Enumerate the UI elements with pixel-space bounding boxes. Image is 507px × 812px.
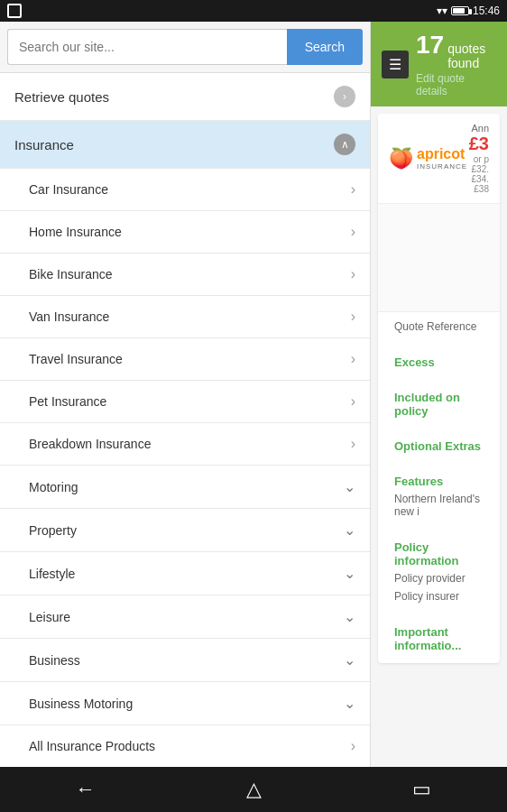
nav-item-insurance[interactable]: Insurance ∧ <box>0 121 370 169</box>
van-insurance-label: Van Insurance <box>29 309 109 324</box>
quote-detail-area <box>378 204 500 312</box>
battery-icon <box>451 6 469 15</box>
quotes-count: 17 quotes found <box>416 31 496 70</box>
nav-item-van-insurance[interactable]: Van Insurance › <box>0 296 370 338</box>
leisure-arrow: ⌄ <box>344 608 355 625</box>
pet-insurance-label: Pet Insurance <box>29 394 106 409</box>
nav-item-car-insurance[interactable]: Car Insurance › <box>0 169 370 211</box>
status-bar-right: ▾▾ 15:46 <box>437 5 500 17</box>
leisure-label: Leisure <box>29 610 70 624</box>
nav-item-property[interactable]: Property ⌄ <box>0 509 370 552</box>
excess-section: Excess <box>385 345 493 376</box>
travel-insurance-arrow: › <box>351 351 355 367</box>
optional-extras-heading: Optional Extras <box>394 434 484 455</box>
quotes-text: quotes found <box>447 42 496 70</box>
policy-insurer-label: Policy insurer <box>394 587 484 605</box>
price-alt-1: or p <box>469 154 489 164</box>
home-insurance-label: Home Insurance <box>29 225 122 239</box>
pet-insurance-arrow: › <box>351 393 355 410</box>
all-insurance-label: All Insurance Products <box>29 739 155 753</box>
right-header: ☰ 17 quotes found Edit quote details <box>371 22 507 106</box>
important-information-heading: Important informatio... <box>394 620 484 654</box>
wifi-icon: ▾▾ <box>437 5 447 17</box>
optional-extras-section: Optional Extras <box>385 429 493 460</box>
recent-apps-button[interactable]: ▭ <box>405 770 438 808</box>
business-motoring-arrow: ⌄ <box>344 695 355 712</box>
nav-item-retrieve-quotes[interactable]: Retrieve quotes › <box>0 73 370 121</box>
features-heading: Features <box>394 469 484 490</box>
retrieve-quotes-arrow: › <box>334 86 355 107</box>
nav-item-lifestyle[interactable]: Lifestyle ⌄ <box>0 552 370 595</box>
motoring-sub-arrow: ⌄ <box>344 478 355 495</box>
included-policy-section: Included on policy <box>385 380 493 425</box>
nav-item-bike-insurance[interactable]: Bike Insurance › <box>0 254 370 296</box>
status-bar-left <box>7 4 22 18</box>
price-alt-4: £38 <box>469 184 489 194</box>
apricot-logo: 🍑 apricot INSURANCE <box>389 146 467 171</box>
important-information-section: Important informatio... <box>385 614 493 660</box>
property-arrow: ⌄ <box>344 521 355 539</box>
insurance-arrow: ∧ <box>334 134 355 155</box>
main-container: Search Retrieve quotes › Insurance ∧ Car… <box>0 22 507 767</box>
business-motoring-label: Business Motoring <box>29 697 133 711</box>
price-ann: Ann <box>469 123 489 134</box>
quote-card: 🍑 apricot INSURANCE Ann £3 or p £32. £34… <box>378 114 500 663</box>
nav-item-motoring-sub[interactable]: Motoring ⌄ <box>0 466 370 509</box>
apricot-fruit-icon: 🍑 <box>389 147 413 171</box>
search-button[interactable]: Search <box>287 29 363 65</box>
quotes-number: 17 <box>416 31 444 60</box>
features-value: Northern Ireland's new i <box>394 490 484 521</box>
status-bar: ▾▾ 15:46 <box>0 0 507 22</box>
back-button[interactable]: ← <box>69 770 103 808</box>
van-insurance-arrow: › <box>351 309 355 325</box>
motoring-sub-label: Motoring <box>29 480 78 494</box>
nav-item-leisure[interactable]: Leisure ⌄ <box>0 595 370 639</box>
quote-price: Ann £3 or p £32. £34. £38 <box>469 123 489 194</box>
nav-item-travel-insurance[interactable]: Travel Insurance › <box>0 338 370 381</box>
right-panel: ☰ 17 quotes found Edit quote details 🍑 a… <box>370 22 507 767</box>
price-alt-3: £34. <box>469 174 489 184</box>
quote-reference-label: Quote Reference <box>394 318 484 336</box>
nav-item-business-motoring[interactable]: Business Motoring ⌄ <box>0 682 370 725</box>
breakdown-insurance-arrow: › <box>351 436 355 452</box>
insurance-label: Insurance <box>14 137 74 152</box>
car-insurance-arrow: › <box>351 181 355 198</box>
edit-quote-link[interactable]: Edit quote details <box>416 72 496 97</box>
price-amount: £3 <box>469 134 489 154</box>
home-insurance-arrow: › <box>351 224 355 240</box>
search-bar: Search <box>0 22 370 73</box>
left-panel: Search Retrieve quotes › Insurance ∧ Car… <box>0 22 370 767</box>
apricot-name: apricot <box>417 146 465 161</box>
right-header-content: 17 quotes found Edit quote details <box>416 31 496 97</box>
bike-insurance-arrow: › <box>351 266 355 282</box>
features-section: Features Northern Ireland's new i <box>385 464 493 526</box>
business-label: Business <box>29 653 80 668</box>
status-time: 15:46 <box>473 5 500 17</box>
nav-item-home-insurance[interactable]: Home Insurance › <box>0 211 370 254</box>
excess-heading: Excess <box>394 350 484 371</box>
car-insurance-label: Car Insurance <box>29 182 108 197</box>
bottom-nav: ← △ ▭ <box>0 767 507 812</box>
home-button[interactable]: △ <box>239 770 269 808</box>
policy-provider-label: Policy provider <box>394 569 484 587</box>
included-on-policy-heading: Included on policy <box>394 385 484 420</box>
breakdown-insurance-label: Breakdown Insurance <box>29 437 151 451</box>
nav-item-all-insurance[interactable]: All Insurance Products › <box>0 725 370 767</box>
apricot-subtitle: INSURANCE <box>417 162 467 171</box>
menu-button[interactable]: ☰ <box>382 51 409 78</box>
search-input[interactable] <box>7 29 287 65</box>
nav-item-pet-insurance[interactable]: Pet Insurance › <box>0 381 370 423</box>
quote-reference-section: Quote Reference <box>385 312 493 341</box>
nav-item-breakdown-insurance[interactable]: Breakdown Insurance › <box>0 423 370 466</box>
apricot-brand: apricot INSURANCE <box>417 146 467 171</box>
policy-information-heading: Policy information <box>394 535 484 569</box>
lifestyle-label: Lifestyle <box>29 567 75 581</box>
phone-icon <box>7 4 22 18</box>
business-arrow: ⌄ <box>344 651 355 669</box>
quote-card-header: 🍑 apricot INSURANCE Ann £3 or p £32. £34… <box>378 114 500 204</box>
property-label: Property <box>29 523 77 538</box>
nav-item-business[interactable]: Business ⌄ <box>0 639 370 682</box>
policy-information-section: Policy information Policy provider Polic… <box>385 530 493 611</box>
retrieve-quotes-label: Retrieve quotes <box>14 89 109 105</box>
travel-insurance-label: Travel Insurance <box>29 352 123 366</box>
